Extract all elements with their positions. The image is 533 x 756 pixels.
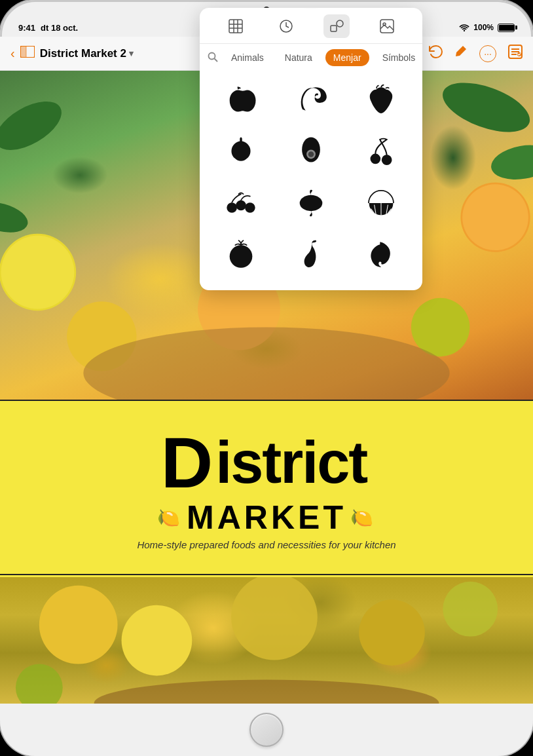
svg-point-26 xyxy=(231,577,318,660)
svg-point-38 xyxy=(337,20,343,27)
symbols-grid xyxy=(200,71,422,284)
svg-point-45 xyxy=(370,154,380,164)
svg-point-12 xyxy=(436,73,533,142)
title-chevron[interactable]: ▾ xyxy=(129,48,134,58)
picker-tabs xyxy=(200,8,422,44)
symbol-banana[interactable] xyxy=(276,75,346,126)
symbol-pepper[interactable] xyxy=(346,229,416,280)
symbol-olives[interactable] xyxy=(206,178,276,229)
svg-point-27 xyxy=(359,599,425,666)
home-bar-area xyxy=(0,704,533,756)
banner-market-text: MARKET xyxy=(187,499,346,537)
symbol-orange-half[interactable] xyxy=(346,178,416,229)
category-simbols[interactable]: Símbols xyxy=(375,49,422,66)
document-title: District Market 2 xyxy=(40,47,126,60)
svg-point-28 xyxy=(443,582,498,637)
svg-point-46 xyxy=(382,155,392,165)
symbol-cherries[interactable] xyxy=(346,126,416,178)
svg-point-16 xyxy=(462,184,528,250)
status-date: dt 18 oct. xyxy=(41,23,78,33)
picker-tab-media[interactable] xyxy=(374,14,400,38)
banner-market-row: 🍋 MARKET 🍋 xyxy=(157,499,376,537)
symbol-lemon[interactable] xyxy=(276,178,346,229)
title-letter-d: D xyxy=(161,426,213,499)
symbol-tomato[interactable] xyxy=(206,229,276,280)
svg-rect-37 xyxy=(331,26,337,31)
symbol-pear[interactable] xyxy=(206,126,276,178)
reader-button[interactable] xyxy=(508,45,523,62)
home-button[interactable] xyxy=(249,713,284,747)
symbol-strawberry[interactable] xyxy=(346,75,416,126)
battery-icon xyxy=(498,24,515,32)
sidebar-button[interactable] xyxy=(20,46,35,61)
svg-point-30 xyxy=(94,679,439,704)
more-button[interactable]: ··· xyxy=(479,45,496,62)
banner-subtitle: Home-style prepared foods and necessitie… xyxy=(137,539,395,550)
search-icon[interactable] xyxy=(208,52,218,64)
svg-point-11 xyxy=(0,92,69,160)
category-natura[interactable]: Natura xyxy=(277,49,320,66)
svg-rect-31 xyxy=(229,20,242,33)
yellow-banner: D istrict 🍋 MARKET 🍋 Home-style prepared… xyxy=(0,400,533,576)
status-time: 9:41 xyxy=(18,23,35,33)
svg-point-44 xyxy=(308,151,314,157)
svg-point-25 xyxy=(122,605,193,676)
emoji-right: 🍋 xyxy=(350,507,376,529)
svg-point-50 xyxy=(300,195,323,211)
svg-point-21 xyxy=(411,298,469,356)
device-frame: 9:41 dt 18 oct. 100% ‹ Dis xyxy=(0,0,533,756)
svg-point-18 xyxy=(1,236,75,309)
svg-point-24 xyxy=(39,586,118,664)
symbol-avocado[interactable] xyxy=(276,126,346,178)
svg-point-13 xyxy=(488,141,533,185)
symbol-picker-popup: Animals Natura Menjar Símbols Educ. xyxy=(200,8,422,290)
pin-button[interactable] xyxy=(454,45,468,62)
category-animals[interactable]: Animals xyxy=(223,49,272,66)
bottom-fruit-image xyxy=(0,577,533,704)
emoji-left: 🍋 xyxy=(157,507,183,529)
symbol-chili[interactable] xyxy=(276,229,346,280)
back-button[interactable]: ‹ xyxy=(10,46,15,61)
svg-rect-2 xyxy=(26,47,27,57)
svg-point-49 xyxy=(245,202,255,213)
svg-point-41 xyxy=(209,52,215,59)
wifi-icon xyxy=(459,24,469,31)
title-rest: istrict xyxy=(215,433,367,492)
undo-button[interactable] xyxy=(428,45,443,62)
battery-percent: 100% xyxy=(473,23,494,32)
top-divider xyxy=(0,400,533,401)
svg-point-14 xyxy=(0,197,31,238)
bottom-divider xyxy=(0,574,533,575)
svg-rect-0 xyxy=(20,46,26,58)
svg-point-47 xyxy=(227,202,238,213)
category-menjar[interactable]: Menjar xyxy=(325,49,369,66)
category-row: Animals Natura Menjar Símbols Educ. xyxy=(200,44,422,71)
picker-tab-recent[interactable] xyxy=(273,14,299,38)
picker-tab-shapes[interactable] xyxy=(323,14,350,38)
svg-point-29 xyxy=(16,664,63,704)
picker-tab-table[interactable] xyxy=(223,14,249,38)
svg-point-48 xyxy=(236,200,247,211)
svg-point-56 xyxy=(230,245,253,268)
svg-line-42 xyxy=(215,58,218,62)
symbol-apple[interactable] xyxy=(206,75,276,126)
